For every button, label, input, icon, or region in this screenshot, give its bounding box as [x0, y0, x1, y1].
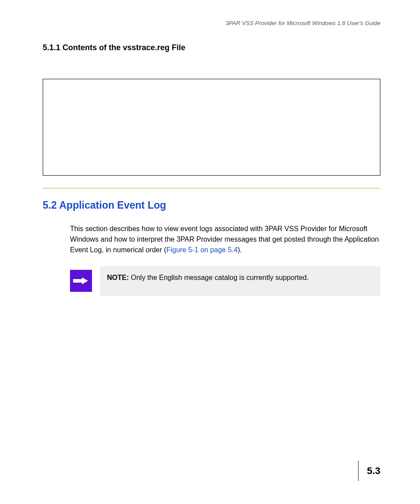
section-divider	[43, 188, 380, 188]
svg-marker-1	[82, 277, 88, 284]
subsection-heading: 5.1.1 Contents of the vsstrace.reg File	[43, 43, 380, 52]
page-number-divider	[358, 461, 359, 481]
note-body: Only the English message catalog is curr…	[129, 274, 309, 281]
note-arrow-icon	[70, 270, 92, 292]
figure-link[interactable]: Figure 5-1 on page 5.4	[166, 246, 238, 254]
running-header: 3PAR VSS Provider for Microsoft Windows …	[43, 20, 380, 26]
page-number: 5.3	[367, 465, 380, 477]
page-number-block: 5.3	[358, 461, 380, 481]
note-block: NOTE: Only the English message catalog i…	[70, 266, 380, 296]
code-box	[43, 79, 380, 176]
section-body: This section describes how to view event…	[70, 224, 380, 255]
body-text-post: ).	[238, 246, 242, 254]
section-heading: 5.2 Application Event Log	[43, 199, 380, 211]
note-label: NOTE:	[107, 274, 129, 281]
svg-rect-0	[73, 279, 82, 283]
note-text: NOTE: Only the English message catalog i…	[100, 266, 380, 296]
